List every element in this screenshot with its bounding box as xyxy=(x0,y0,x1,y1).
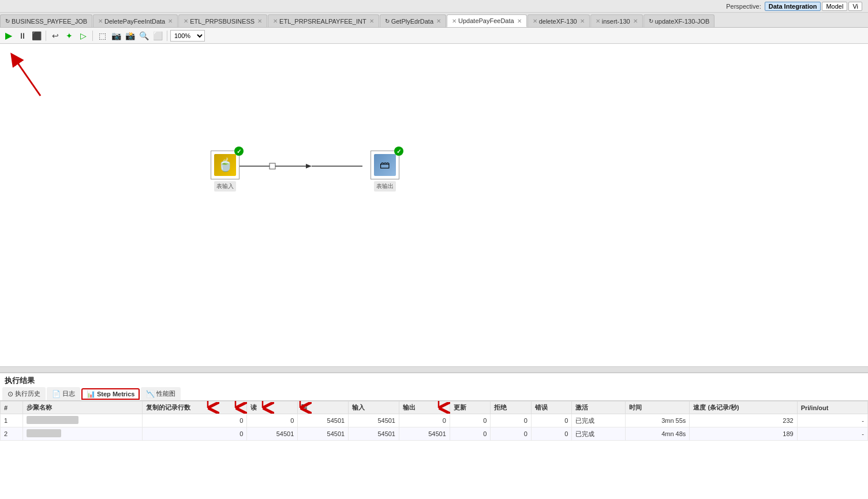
cell-row2-time: 4mn 48s xyxy=(626,427,690,441)
tab-x-icon-2: ✕ xyxy=(184,18,188,24)
tab-x-icon-1: ✕ xyxy=(98,18,103,24)
col-header-pri: Pri/in/out xyxy=(797,402,867,414)
cell-row2-read: 54501 xyxy=(247,427,298,441)
tab-insert-130[interactable]: ✕ insert-130 ✕ xyxy=(590,14,643,27)
cell-row2-name xyxy=(23,427,143,441)
node-check-2: ✓ xyxy=(394,147,403,156)
cell-row1-speed: 232 xyxy=(690,414,797,427)
horizontal-scrollbar[interactable] xyxy=(0,366,868,372)
star-button[interactable]: ✦ xyxy=(63,29,76,42)
annotation-arrow-1 xyxy=(6,50,52,109)
cell-row1-update: 0 xyxy=(450,414,491,427)
col-header-write: 写 xyxy=(298,402,349,414)
tab-ETL_PRPSREALPAYFEE_INT[interactable]: ✕ ETL_PRPSREALPAYFEE_INT ✕ xyxy=(268,14,379,27)
snapshot-button[interactable]: 📷 xyxy=(110,29,122,42)
tab-BUSINESS_PAYFEE_JOB[interactable]: ↻ BUSINESS_PAYFEE_JOB xyxy=(0,14,92,27)
tab-ETL_PRPSBUSINESS[interactable]: ✕ ETL_PRPSBUSINESS ✕ xyxy=(178,14,267,27)
perf-icon: 📉 xyxy=(146,390,155,398)
cell-row2-num: 2 xyxy=(1,427,23,441)
zoom-selector[interactable]: 100% 75% 50% 125% 150% xyxy=(170,30,205,42)
stop-button[interactable]: ⬛ xyxy=(30,29,43,42)
cell-row1-active: 已完成 xyxy=(572,414,626,427)
tab-label-6: deleteXF-130 xyxy=(539,18,577,25)
back-button[interactable]: ↩ xyxy=(49,29,62,42)
perspective-model[interactable]: Model xyxy=(822,2,847,11)
tab-DeletePayFeeIntData[interactable]: ✕ DeletePayFeeIntData ✕ xyxy=(93,14,178,27)
cell-row1-input: 54501 xyxy=(349,414,399,427)
table-row: 2 0 54501 54501 54501 54501 0 0 0 已完成 4m… xyxy=(1,427,868,441)
bottom-tab-bar: ⊙ 执行历史 📄 日志 📊 Step Metrics 📉 性能图 xyxy=(0,387,868,401)
tab-close-1[interactable]: ✕ xyxy=(168,18,173,24)
cell-row2-write: 54501 xyxy=(298,427,349,441)
tab-performance[interactable]: 📉 性能图 xyxy=(141,387,181,400)
tab-GetPlyEdrData[interactable]: ↻ GetPlyEdrData ✕ xyxy=(380,14,446,27)
col-header-read: 读 xyxy=(247,402,298,414)
tab-history-label: 执行历史 xyxy=(15,389,40,398)
tab-close-3[interactable]: ✕ xyxy=(369,18,374,24)
node-label-2: 表输出 xyxy=(374,181,396,192)
perspective-data-integration[interactable]: Data Integration xyxy=(765,2,821,11)
log-icon: 📄 xyxy=(52,390,61,398)
tab-x-icon-7: ✕ xyxy=(596,18,600,24)
tab-perf-label: 性能图 xyxy=(156,389,175,398)
workflow-node-1[interactable]: 🍵 ✓ 表输入 xyxy=(205,151,245,192)
execution-result-title: 执行结果 xyxy=(0,373,868,387)
col-header-num: # xyxy=(1,402,23,414)
tab-close-5[interactable]: ✕ xyxy=(517,18,522,24)
col-header-active: 激活 xyxy=(572,402,626,414)
cell-row1-pri: - xyxy=(797,414,867,427)
tab-step-metrics[interactable]: 📊 Step Metrics xyxy=(81,388,140,400)
toolbar-separator-1 xyxy=(46,31,46,41)
history-icon: ⊙ xyxy=(8,390,13,398)
search-button[interactable]: 🔍 xyxy=(137,29,150,42)
node-box-1: 🍵 ✓ xyxy=(211,151,240,179)
col-header-input: 输入 xyxy=(349,402,399,414)
metrics-table: # 步聚名称 复制的记录行数 读 写 输入 输出 更新 拒绝 错误 激活 时间 … xyxy=(0,401,868,441)
perspective-vi[interactable]: Vi xyxy=(848,2,862,11)
bottom-panel: 执行结果 ⊙ 执行历史 📄 日志 📊 Step Metrics 📉 性能图 xyxy=(0,372,868,499)
tab-deleteXF-130[interactable]: ✕ deleteXF-130 ✕ xyxy=(527,14,590,27)
tab-step-metrics-label: Step Metrics xyxy=(97,391,134,397)
node-icon-2: 🗃 xyxy=(374,154,396,176)
tab-close-4[interactable]: ✕ xyxy=(436,18,441,24)
svg-line-0 xyxy=(14,58,40,96)
cell-row2-error: 0 xyxy=(531,427,572,441)
tab-execution-history[interactable]: ⊙ 执行历史 xyxy=(2,387,46,400)
preview-button[interactable]: ⬚ xyxy=(96,29,108,42)
cell-row2-output: 54501 xyxy=(399,427,450,441)
tab-x-icon-6: ✕ xyxy=(533,18,537,24)
toolbar: ▶ ⏸ ⬛ ↩ ✦ ▷ ⬚ 📷 📸 🔍 ⬜ 100% 75% 50% 125% … xyxy=(0,28,868,44)
tab-updateXF-130-JOB[interactable]: ↻ updateXF-130-JOB xyxy=(643,14,715,27)
tab-label-1: DeletePayFeeIntData xyxy=(104,18,165,25)
name-placeholder-1 xyxy=(27,416,78,424)
tab-label-2: ETL_PRPSBUSINESS xyxy=(190,18,255,25)
svg-rect-2 xyxy=(270,163,275,169)
tab-close-7[interactable]: ✕ xyxy=(633,18,638,24)
svg-marker-4 xyxy=(306,164,312,168)
tab-log[interactable]: 📄 日志 xyxy=(47,387,80,400)
col-header-copied: 复制的记录行数 xyxy=(143,402,247,414)
tab-UpdatePayFeeData[interactable]: ✕ UpdatePayFeeData ✕ xyxy=(447,14,527,27)
tab-close-6[interactable]: ✕ xyxy=(580,18,585,24)
tab-refresh-icon-8: ↻ xyxy=(649,18,653,24)
node-check-1: ✓ xyxy=(234,147,244,156)
pause-button[interactable]: ⏸ xyxy=(16,29,29,42)
tab-label-4: GetPlyEdrData xyxy=(391,18,433,25)
tab-label-0: BUSINESS_PAYFEE_JOB xyxy=(12,18,87,25)
tab-close-2[interactable]: ✕ xyxy=(257,18,262,24)
cell-row2-update: 0 xyxy=(450,427,491,441)
grid-button[interactable]: ⬜ xyxy=(151,29,164,42)
perspective-bar: Perspective: Data Integration Model Vi xyxy=(0,0,868,13)
run-button[interactable]: ▶ xyxy=(2,29,15,42)
table-row: 1 0 0 54501 54501 0 0 0 0 已完成 3mn 55s 23… xyxy=(1,414,868,427)
run2-button[interactable]: ▷ xyxy=(77,29,89,42)
metrics-table-container: # 步聚名称 复制的记录行数 读 写 输入 输出 更新 拒绝 错误 激活 时间 … xyxy=(0,401,868,499)
snap2-button[interactable]: 📸 xyxy=(124,29,136,42)
cell-row1-name xyxy=(23,414,143,427)
cell-row1-reject: 0 xyxy=(491,414,532,427)
col-header-speed: 速度 (条记录/秒) xyxy=(690,402,797,414)
tab-x-icon-5: ✕ xyxy=(452,18,457,24)
toolbar-separator-3 xyxy=(167,31,167,41)
perspective-label: Perspective: xyxy=(726,3,761,10)
workflow-node-2[interactable]: 🗃 ✓ 表输出 xyxy=(362,151,408,192)
